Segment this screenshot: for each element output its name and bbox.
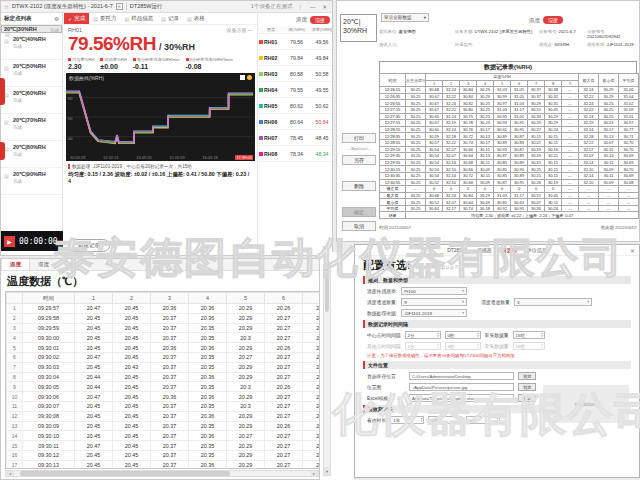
sidebar-item-calibration-point[interactable]: ▤20℃|30%RH完成 [1,25,62,33]
doc-icon: ▤ [93,16,98,22]
print-button[interactable]: 打印 [342,133,376,143]
result-text: 均匀度: 2.30；波动度: ±0.22；上偏差: 2.24；下偏差: 0.07 [406,212,639,219]
cell: 30.89 [511,172,528,179]
temp-channel-count-select[interactable]: 9▾ [401,298,467,306]
close-icon[interactable]: ✕ [320,4,329,10]
dialog-tab-首选项[interactable]: 首选项 [502,247,517,253]
tab-温度[interactable]: 温度 [1,259,30,270]
cell: 30.29 [545,120,562,127]
more-icon[interactable]: ⋮ [295,4,305,10]
scroll-up-icon[interactable]: ▲ [324,265,330,273]
cell: 30.21 [545,166,562,173]
cell: 30.66 [460,146,477,153]
channel-value: 80.62 [284,98,309,114]
cell: 30.13 [477,153,494,160]
center-seconds-stepper[interactable]: 0秒▴▾ [445,331,481,339]
tab-item[interactable]: ▤表格 [183,13,209,24]
center-minutes-stepper[interactable]: 2分▴▾ [405,331,441,339]
run-tab[interactable]: DT285W运行 [126,3,163,10]
play-icon[interactable]: ▶ [4,236,15,247]
sidebar-item-calibration-point[interactable]: ▤20℃|40%RH完成 [1,33,62,60]
tab-湿度[interactable]: 湿度 [30,259,57,270]
scroll-down-icon[interactable]: ▼ [324,467,330,475]
cell: 10 [7,392,23,402]
add-tab-button[interactable]: + [116,3,123,10]
column-header: 值(%RH) [284,26,309,34]
center-sample-count-stepper[interactable]: 15组▴▾ [513,331,545,339]
scrollbar-thumb[interactable] [325,274,329,312]
cell: --- [562,100,579,107]
file-path-input[interactable]: AppData/Templates/template.xlsx [409,394,514,402]
tab-item[interactable]: ▤样品信息 [120,13,157,24]
sensor-type-select[interactable]: Pt100▾ [401,287,467,295]
column-header: 8 [545,80,562,87]
sidebar-item-calibration-point[interactable]: ▤20℃|80%RH完成 [1,141,62,168]
tab-item[interactable]: ▤委托方 [89,13,120,24]
other-minutes-stepper[interactable]: 2分▴▾ [405,342,441,350]
browse-button[interactable]: 浏览 [518,383,536,391]
sidebar-item-calibration-point[interactable]: ▤20℃|70%RH完成 [1,114,62,141]
humidity-channel-count-select[interactable]: 3▾ [514,298,592,306]
column-header: 监测%RH [426,74,579,81]
tab-item[interactable]: ▤记录 [157,13,183,24]
sidebar-item-calibration-point[interactable]: ▤20℃|60%RH完成 [1,87,62,114]
data-basis-select[interactable]: JJF1101-2019▾ [401,309,467,317]
x-axis-tick: 12:22:21 [103,155,119,160]
scroll-left-icon[interactable]: ◂ [6,471,14,476]
gear-icon[interactable]: ⚙ [54,16,59,22]
other-sample-count-stepper[interactable]: 16组▴▾ [513,342,545,350]
cell: 30.21 [545,153,562,160]
vertical-scrollbar[interactable]: ▲ ▼ [323,264,331,476]
stat-label: 5分钟变化率%RH/5min [186,57,233,62]
validity-month-stepper[interactable]: 0月▴▾ [428,416,462,424]
dialog-tab-传感器[interactable]: 传感器 [477,247,492,253]
tab-temperature[interactable]: 温度 [296,16,307,23]
save-as-button[interactable]: 另存 [342,155,376,165]
close-icon[interactable]: ✕ [322,244,327,251]
minimize-icon[interactable]: — [308,4,318,10]
table-row: 12:28:1530.2530.6032.2430.7630.1730.9130… [380,126,639,133]
file-path-input[interactable]: C:/Users/Administrator/Desktop [409,372,514,380]
cell: 32.14 [579,159,599,166]
cell: 20.29 [227,313,265,323]
tab-temperature[interactable]: 温度 [529,17,540,24]
tab-active[interactable]: ✓完成 [64,13,89,24]
cancel-button[interactable]: 取消 [342,221,376,231]
cell: 20.45 [113,411,151,421]
browse-button[interactable]: 浏览 [518,394,536,402]
other-seconds-stepper[interactable]: 0秒▴▾ [445,342,481,350]
cell: 20.27 [265,431,303,441]
scrollbar-thumb[interactable] [20,471,230,476]
validity-day-stepper[interactable]: 0天▴▾ [466,416,500,424]
close-icon[interactable]: ✕ [630,247,635,254]
cell: --- [562,199,579,206]
delete-button[interactable]: 删除 [342,181,376,191]
chart-info-icon[interactable] [247,75,252,80]
ok-button[interactable]: 确定 [342,207,376,217]
cell: 20.35 [189,421,227,431]
browse-button[interactable]: 浏览 [518,372,536,380]
cell: 20.29 [227,372,265,382]
cell: 20.27 [265,372,303,382]
cell: 31.01 [619,113,639,120]
scroll-right-icon[interactable]: ▸ [310,471,318,476]
sidebar-item-calibration-point[interactable]: ▤20℃|90%RH完成 [1,168,62,195]
chart-legend-checkbox[interactable] [240,75,245,80]
tab-humidity-active[interactable]: 湿度 [543,16,563,24]
cell: 30.15 [528,133,545,140]
cell: 20.26 [265,382,303,392]
dialog-tab-DT285W[interactable]: DT285W [447,247,467,253]
file-path-input[interactable]: ./AppData/Pictures/picture.jpg [409,383,514,391]
dialog-tab-单位信息[interactable]: 单位信息 [527,247,547,253]
point-label: 20℃|60%RH [13,90,59,96]
validity-year-stepper[interactable]: 1年▴▾ [390,416,424,424]
new-record-button[interactable]: 新建记录 [68,239,110,252]
column-header [7,293,23,304]
data-filter-dropdown[interactable]: 显示全部数据 ▾ [381,13,429,22]
cell: 09:29:59 [23,323,75,333]
cell: 20.36 [189,372,227,382]
horizontal-scrollbar[interactable]: ◂ ▸ [5,470,319,477]
sidebar-item-calibration-point[interactable]: ▤20℃|50%RH完成 [1,60,62,87]
tab-humidity-active[interactable]: 湿度 [310,16,330,24]
cell: 20.26 [265,421,303,431]
